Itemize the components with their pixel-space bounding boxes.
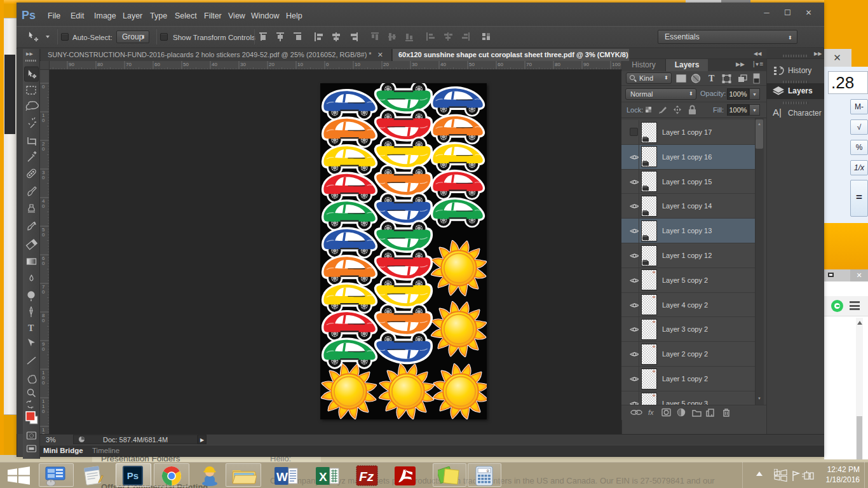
svg-text:W: W xyxy=(276,470,288,484)
svg-text:100: 100 xyxy=(612,62,621,67)
svg-text:X: X xyxy=(319,470,327,484)
svg-text:0: 0 xyxy=(42,84,45,90)
svg-text:70: 70 xyxy=(526,62,532,67)
svg-text:80: 80 xyxy=(97,62,103,67)
svg-text:fx: fx xyxy=(648,409,654,416)
svg-text:60: 60 xyxy=(154,62,160,67)
svg-text:T: T xyxy=(709,74,715,83)
svg-text:0: 0 xyxy=(42,380,45,386)
svg-text:▶▶: ▶▶ xyxy=(26,51,33,56)
svg-text:0: 0 xyxy=(42,409,45,414)
svg-text:80: 80 xyxy=(555,62,560,67)
svg-text:20: 20 xyxy=(383,62,389,67)
svg-text:0: 0 xyxy=(42,289,45,295)
svg-text:40: 40 xyxy=(212,62,217,67)
svg-text:50: 50 xyxy=(183,62,189,67)
svg-text:0: 0 xyxy=(42,146,45,152)
svg-text:20: 20 xyxy=(269,62,275,67)
svg-text:0: 0 xyxy=(42,261,45,266)
svg-text:90: 90 xyxy=(583,62,589,67)
svg-text:0: 0 xyxy=(42,203,45,209)
svg-text:0: 0 xyxy=(42,175,45,180)
svg-text:40: 40 xyxy=(440,62,446,67)
svg-text:10: 10 xyxy=(297,62,303,67)
svg-text:30: 30 xyxy=(240,62,246,67)
svg-text:0: 0 xyxy=(42,318,45,323)
svg-text:90: 90 xyxy=(69,62,74,67)
svg-text:0: 0 xyxy=(326,62,329,67)
svg-text:0: 0 xyxy=(42,118,45,123)
svg-text:0: 0 xyxy=(42,232,45,238)
svg-text:70: 70 xyxy=(126,62,132,67)
svg-text:30: 30 xyxy=(412,62,417,67)
svg-text:0: 0 xyxy=(42,346,45,352)
svg-text:Fz: Fz xyxy=(359,469,374,484)
svg-text:50: 50 xyxy=(469,62,475,67)
svg-text:10: 10 xyxy=(355,62,360,67)
svg-text:60: 60 xyxy=(498,62,503,67)
svg-text:T: T xyxy=(28,323,34,333)
